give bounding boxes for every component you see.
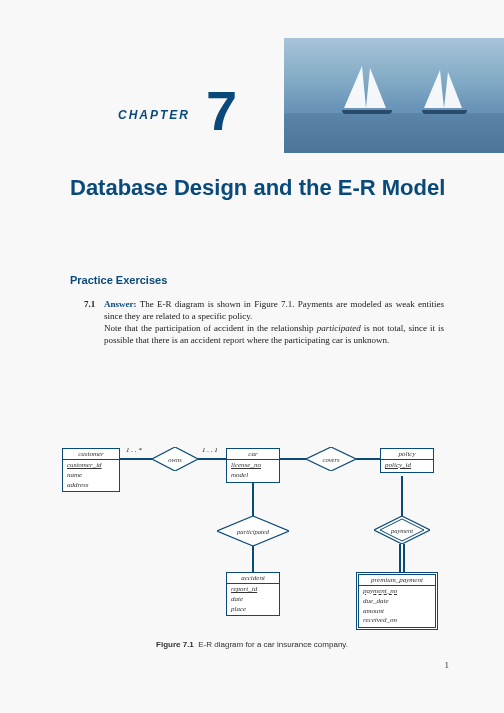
entity-accident: accident report_id date place	[226, 572, 280, 616]
line-participated-accident	[252, 546, 254, 572]
attr-car-model: model	[231, 471, 275, 481]
figure-caption: Figure 7.1 E-R diagram for a car insuran…	[0, 640, 504, 649]
exercise-number: 7.1	[84, 298, 95, 310]
er-diagram: customer customer_id name address car li…	[62, 400, 462, 635]
relationship-participated: participated	[217, 516, 289, 546]
entity-customer-name: customer	[63, 449, 119, 460]
line-car-participated	[252, 482, 254, 516]
chapter-number: 7	[206, 78, 237, 143]
attr-policy-id: policy_id	[385, 461, 429, 471]
line-car-covers	[280, 458, 306, 460]
entity-car: car license_no model	[226, 448, 280, 483]
attr-car-license: license_no	[231, 461, 275, 471]
attr-payment-no: payment_no	[363, 587, 431, 597]
relationship-payment-label: payment	[391, 527, 413, 534]
attr-payment-received: received_on	[363, 616, 431, 626]
line-payment-premium-a	[399, 544, 401, 572]
line-payment-premium-b	[403, 544, 405, 572]
line-customer-owns	[120, 458, 152, 460]
attr-customer-address: address	[67, 481, 115, 491]
relationship-covers: covers	[306, 447, 356, 471]
line-policy-payment	[401, 476, 403, 516]
attr-accident-reportid: report_id	[231, 585, 275, 595]
attr-accident-place: place	[231, 605, 275, 615]
line-owns-car	[198, 458, 226, 460]
answer-label: Answer:	[104, 299, 137, 309]
answer-text-2b: participated	[317, 323, 361, 333]
chapter-header: CHAPTER 7	[0, 0, 504, 155]
section-heading: Practice Exercises	[70, 274, 167, 286]
attr-payment-amount: amount	[363, 607, 431, 617]
relationship-payment: payment	[374, 516, 430, 544]
relationship-owns-label: owns	[168, 456, 181, 463]
chapter-illustration	[284, 38, 504, 153]
line-covers-policy	[356, 458, 380, 460]
figure-caption-text: E-R diagram for a car insurance company.	[198, 640, 348, 649]
chapter-title: Database Design and the E-R Model	[70, 175, 450, 201]
relationship-owns: owns	[152, 447, 198, 471]
entity-car-name: car	[227, 449, 279, 460]
exercise-body: 7.1 Answer: The E-R diagram is shown in …	[104, 298, 444, 347]
cardinality-owns-left: 1 . . *	[126, 446, 142, 454]
answer-text-2a: Note that the participation of accident …	[104, 323, 314, 333]
cardinality-owns-right: 1 . . 1	[202, 446, 218, 454]
entity-premium-payment-name: premium_payment	[359, 575, 435, 586]
entity-customer: customer customer_id name address	[62, 448, 120, 492]
entity-premium-payment: premium_payment payment_no due_date amou…	[356, 572, 438, 630]
relationship-covers-label: covers	[323, 456, 340, 463]
chapter-label: CHAPTER	[118, 108, 190, 122]
attr-payment-due: due_date	[363, 597, 431, 607]
page-number: 1	[445, 660, 450, 670]
entity-policy-name: policy	[381, 449, 433, 460]
attr-accident-date: date	[231, 595, 275, 605]
figure-label: Figure 7.1	[156, 640, 194, 649]
attr-customer-id: customer_id	[67, 461, 115, 471]
attr-customer-name: name	[67, 471, 115, 481]
relationship-participated-label: participated	[237, 528, 269, 535]
entity-policy: policy policy_id	[380, 448, 434, 473]
answer-text-1: The E-R diagram is shown in Figure 7.1. …	[104, 299, 444, 321]
entity-accident-name: accident	[227, 573, 279, 584]
